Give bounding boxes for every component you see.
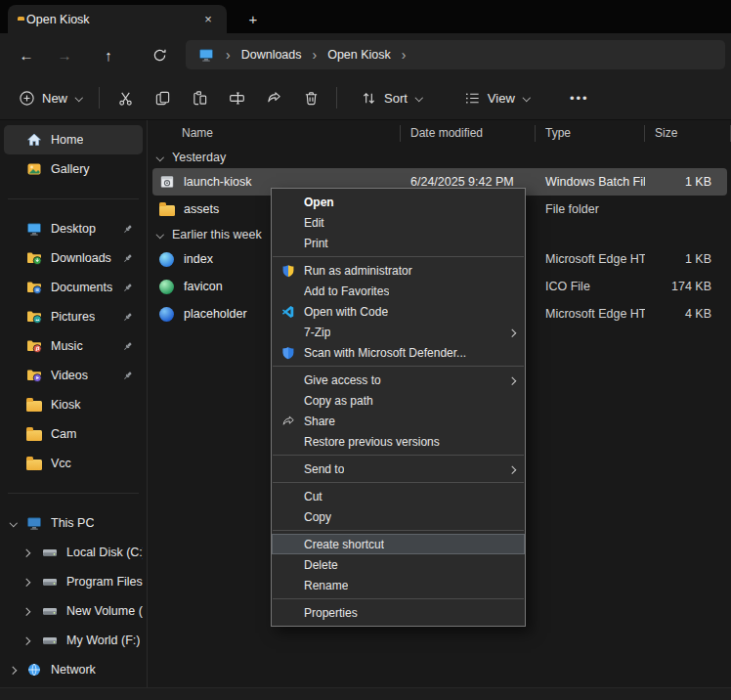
menu-item-share[interactable]: Share bbox=[272, 411, 525, 431]
delete-button[interactable] bbox=[292, 81, 329, 114]
menu-item-copy-as-path[interactable]: Copy as path bbox=[272, 390, 525, 411]
menu-item-open-with-code[interactable]: Open with Code bbox=[272, 301, 525, 322]
explorer-tab[interactable]: Open Kiosk × bbox=[8, 5, 227, 33]
sidebar-item-vcc[interactable]: Vcc bbox=[4, 449, 143, 478]
chevron-right-icon[interactable] bbox=[22, 636, 31, 645]
chevron-right-icon[interactable] bbox=[22, 578, 31, 587]
cut-button[interactable] bbox=[107, 81, 144, 114]
menu-item-send-to[interactable]: Send to bbox=[272, 459, 525, 479]
copy-button[interactable] bbox=[144, 81, 181, 114]
menu-item-create-shortcut[interactable]: Create shortcut bbox=[272, 534, 525, 554]
sidebar-item-program-files-d[interactable]: Program Files (D:) bbox=[4, 567, 143, 596]
menu-item-restore-previous-versions[interactable]: Restore previous versions bbox=[272, 431, 525, 452]
submenu-chevron-icon bbox=[508, 375, 517, 384]
file-size: 4 KB bbox=[645, 307, 727, 321]
drive-icon bbox=[41, 603, 58, 619]
menu-item-run-as-administrator[interactable]: Run as administrator bbox=[272, 260, 525, 281]
sort-icon bbox=[361, 90, 377, 107]
gallery-icon bbox=[25, 161, 42, 177]
defender-shield-icon bbox=[280, 345, 296, 361]
sidebar-item-label: Music bbox=[51, 339, 83, 353]
menu-item-properties[interactable]: Properties bbox=[272, 602, 525, 623]
chevron-right-icon[interactable] bbox=[22, 548, 31, 557]
sidebar-item-local-disk-c[interactable]: Local Disk (C:) bbox=[4, 538, 143, 567]
menu-item-7-zip[interactable]: 7-Zip bbox=[272, 322, 525, 342]
paste-icon bbox=[192, 90, 208, 107]
column-header-type[interactable]: Type bbox=[536, 125, 645, 142]
new-tab-button[interactable]: + bbox=[242, 8, 264, 29]
pin-icon bbox=[122, 312, 133, 323]
sidebar-item-new-volume-e[interactable]: New Volume (E:) bbox=[4, 596, 143, 626]
column-header-name[interactable]: Name bbox=[149, 125, 401, 142]
breadcrumb-segment-downloads[interactable]: Downloads bbox=[234, 44, 310, 66]
menu-item-add-to-favorites[interactable]: Add to Favorites bbox=[272, 281, 525, 301]
sidebar-item-cam[interactable]: Cam bbox=[4, 419, 143, 449]
forward-button[interactable]: → bbox=[50, 40, 79, 69]
share-button[interactable] bbox=[255, 81, 292, 114]
menu-item-copy[interactable]: Copy bbox=[272, 506, 525, 527]
menu-separator bbox=[273, 256, 524, 257]
drive-icon bbox=[41, 545, 58, 560]
sidebar-divider bbox=[8, 198, 139, 199]
new-button[interactable]: New bbox=[10, 81, 92, 114]
file-name: launch-kiosk bbox=[184, 175, 251, 189]
paste-button[interactable] bbox=[181, 81, 218, 114]
rename-button[interactable] bbox=[218, 81, 255, 114]
more-options-button[interactable]: ••• bbox=[561, 81, 598, 114]
navigation-bar: ← → ↑ › Downloads › Open Kiosk › bbox=[0, 33, 731, 76]
view-button[interactable]: View bbox=[455, 81, 539, 114]
sidebar-item-pictures[interactable]: Pictures bbox=[4, 302, 143, 331]
refresh-button[interactable] bbox=[145, 40, 174, 69]
sidebar-divider bbox=[8, 493, 139, 494]
sort-button[interactable]: Sort bbox=[352, 81, 432, 114]
sidebar-item-desktop[interactable]: Desktop bbox=[4, 214, 143, 243]
group-header-yesterday[interactable]: Yesterday bbox=[149, 146, 731, 168]
tab-close-button[interactable]: × bbox=[199, 11, 217, 28]
title-bar: Open Kiosk × + bbox=[0, 0, 731, 33]
menu-item-open[interactable]: Open bbox=[272, 192, 525, 212]
back-button[interactable]: ← bbox=[12, 40, 41, 69]
rename-icon bbox=[229, 90, 245, 107]
chevron-down-icon[interactable] bbox=[9, 519, 18, 528]
menu-item-scan-with-microsoft-defender[interactable]: Scan with Microsoft Defender... bbox=[272, 342, 525, 363]
sidebar-item-gallery[interactable]: Gallery bbox=[4, 154, 143, 184]
sidebar-item-home[interactable]: Home bbox=[4, 125, 143, 154]
file-size: 174 KB bbox=[645, 280, 727, 293]
address-bar[interactable]: › Downloads › Open Kiosk › bbox=[186, 40, 725, 69]
horizontal-scrollbar[interactable] bbox=[0, 687, 731, 700]
sidebar-item-videos[interactable]: Videos bbox=[4, 361, 143, 390]
menu-item-rename[interactable]: Rename bbox=[272, 575, 525, 595]
folder-icon bbox=[158, 202, 175, 216]
sidebar-item-network[interactable]: Network bbox=[4, 655, 143, 684]
menu-item-cut[interactable]: Cut bbox=[272, 486, 525, 506]
column-header-size[interactable]: Size bbox=[645, 125, 731, 142]
this-pc-icon[interactable] bbox=[197, 47, 214, 63]
pin-icon bbox=[122, 341, 133, 352]
chevron-right-icon[interactable] bbox=[9, 666, 18, 675]
menu-item-delete[interactable]: Delete bbox=[272, 554, 525, 575]
chevron-right-icon[interactable] bbox=[22, 607, 31, 616]
view-button-label: View bbox=[488, 91, 515, 106]
sidebar-item-my-world-f[interactable]: My World (F:) bbox=[4, 626, 143, 655]
column-header-date-modified[interactable]: Date modified bbox=[401, 125, 536, 142]
sidebar-item-documents[interactable]: Documents bbox=[4, 273, 143, 302]
uac-shield-icon bbox=[280, 263, 296, 279]
pin-icon bbox=[122, 224, 133, 235]
sidebar-item-downloads[interactable]: Downloads bbox=[4, 243, 143, 273]
up-button[interactable]: ↑ bbox=[94, 40, 123, 69]
menu-separator bbox=[273, 455, 524, 456]
folder-icon bbox=[25, 457, 42, 470]
sidebar-item-this-pc[interactable]: This PC bbox=[4, 508, 143, 538]
sidebar-item-label: Home bbox=[51, 133, 83, 147]
copy-icon bbox=[154, 90, 171, 107]
desktop-icon bbox=[25, 221, 42, 237]
menu-item-print[interactable]: Print bbox=[272, 233, 525, 253]
sidebar-item-music[interactable]: Music bbox=[4, 331, 143, 361]
vscode-icon bbox=[280, 304, 296, 320]
view-icon bbox=[464, 90, 481, 107]
menu-item-edit[interactable]: Edit bbox=[272, 212, 525, 233]
menu-item-give-access-to[interactable]: Give access to bbox=[272, 370, 525, 390]
sidebar-item-kiosk[interactable]: Kiosk bbox=[4, 390, 143, 419]
chevron-down-icon bbox=[155, 230, 164, 239]
breadcrumb-segment-open-kiosk[interactable]: Open Kiosk bbox=[320, 44, 399, 66]
